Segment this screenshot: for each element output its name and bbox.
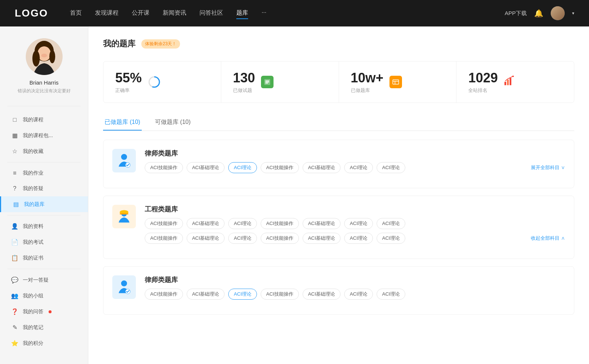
- svg-rect-17: [510, 78, 512, 85]
- stat-label-questions: 已做试题: [233, 87, 255, 94]
- user-avatar[interactable]: [551, 6, 565, 20]
- bell-icon: 🔔: [534, 9, 543, 17]
- sidebar-label-group: 我的小组: [23, 293, 43, 299]
- tag-3-5[interactable]: ACI基础理论: [303, 289, 341, 300]
- nav-more[interactable]: ···: [261, 8, 266, 19]
- svg-rect-16: [507, 80, 509, 85]
- nav-discover[interactable]: 发现课程: [95, 8, 119, 19]
- nav-qa[interactable]: 问答社区: [200, 8, 223, 19]
- nav-news[interactable]: 新闻资讯: [163, 8, 186, 19]
- tag-2-4[interactable]: ACI技能操作: [261, 218, 299, 229]
- sidebar-item-qbank[interactable]: ▤ 我的题库: [0, 196, 88, 212]
- expand-btn-1[interactable]: 展开全部科目 ∨: [531, 164, 565, 171]
- tag-3-1[interactable]: ACI技能操作: [145, 289, 183, 300]
- notes-icon: ✎: [11, 324, 18, 331]
- user-profile: Brian Harris 错误的决定比没有决定要好: [0, 38, 88, 103]
- collapse-btn-2[interactable]: 收起全部科目 ∧: [531, 235, 565, 242]
- sidebar-item-exams[interactable]: 📄 我的考试: [0, 234, 88, 250]
- tag-3-6[interactable]: ACI理论: [344, 289, 373, 300]
- tag-2-r2-5[interactable]: ACI基础理论: [303, 233, 341, 244]
- sidebar-item-notes[interactable]: ✎ 我的笔记: [0, 320, 88, 335]
- stat-value-questions: 130: [233, 70, 255, 86]
- tab-done[interactable]: 已做题库 (10): [103, 115, 142, 131]
- svg-rect-12: [393, 80, 399, 84]
- tag-2-2[interactable]: ACI基础理论: [187, 218, 225, 229]
- stat-rank: 1029 全站排名: [456, 61, 574, 103]
- sidebar-label-1on1: 一对一答疑: [23, 277, 49, 283]
- tag-3-3[interactable]: ACI理论: [228, 289, 257, 300]
- svg-point-5: [41, 54, 47, 57]
- tag-1-5[interactable]: ACI基础理论: [303, 162, 341, 173]
- banks-icon: [389, 76, 402, 88]
- sidebar-divider-3: [7, 215, 81, 215]
- stat-label-banks: 已做题库: [351, 87, 384, 94]
- tag-2-r2-3[interactable]: ACI理论: [228, 233, 257, 244]
- tag-3-7[interactable]: ACI理论: [377, 289, 405, 300]
- app-download-button[interactable]: APP下载: [505, 10, 527, 17]
- tag-1-6[interactable]: ACI理论: [344, 162, 373, 173]
- sidebar-item-myqa[interactable]: ❓ 我的问答: [0, 304, 88, 320]
- nav-home[interactable]: 首页: [70, 8, 82, 19]
- sidebar-item-favorites[interactable]: ☆ 我的收藏: [0, 143, 88, 159]
- sidebar-divider-2: [7, 162, 81, 163]
- qbank-icon-engineer: [112, 205, 136, 228]
- sidebar-label-myqa: 我的问答: [23, 308, 43, 315]
- sidebar-label-qa: 我的答疑: [23, 185, 43, 192]
- nav-opencourse[interactable]: 公开课: [132, 8, 149, 19]
- sidebar-item-homework[interactable]: ≡ 我的作业: [0, 165, 88, 181]
- svg-rect-23: [120, 213, 128, 214]
- qbank-header-2: 工程类题库 ACI技能操作 ACI基础理论 ACI理论 ACI技能操作 ACI基…: [112, 205, 565, 244]
- sidebar-item-qa[interactable]: ? 我的答疑: [0, 181, 88, 196]
- nav-right: APP下载 🔔 ▾: [505, 6, 574, 20]
- course-icon: □: [11, 117, 18, 123]
- notification-dot: [49, 310, 52, 313]
- profile-chevron-icon[interactable]: ▾: [572, 11, 574, 16]
- user-name: Brian Harris: [7, 79, 81, 86]
- nav-qbank[interactable]: 题库: [236, 8, 248, 19]
- tag-2-7[interactable]: ACI理论: [377, 218, 405, 229]
- sidebar-item-cert[interactable]: 📋 我的证书: [0, 250, 88, 266]
- tag-1-2[interactable]: ACI基础理论: [187, 162, 225, 173]
- tag-1-4[interactable]: ACI技能操作: [261, 162, 299, 173]
- tag-2-r2-6[interactable]: ACI理论: [344, 233, 373, 244]
- tab-available[interactable]: 可做题库 (10): [154, 115, 192, 131]
- tag-3-4[interactable]: ACI技能操作: [261, 289, 299, 300]
- sidebar-item-points[interactable]: ⭐ 我的积分: [0, 335, 88, 351]
- sidebar-item-courses[interactable]: □ 我的课程: [0, 112, 88, 128]
- page-title: 我的题库: [103, 38, 135, 49]
- qa-icon: ?: [11, 185, 18, 192]
- qbank-card-1: 律师类题库 ACI技能操作 ACI基础理论 ACI理论 ACI技能操作 ACI基…: [103, 140, 574, 188]
- sidebar-label-points: 我的积分: [23, 340, 43, 347]
- sidebar: Brian Harris 错误的决定比没有决定要好 □ 我的课程 ▦ 我的课程包…: [0, 26, 88, 364]
- tag-2-5[interactable]: ACI基础理论: [303, 218, 341, 229]
- svg-point-4: [49, 50, 55, 63]
- tag-1-1[interactable]: ACI技能操作: [145, 162, 183, 173]
- exam-icon: 📄: [11, 239, 18, 246]
- tag-3-2[interactable]: ACI基础理论: [187, 289, 225, 300]
- stats-row: 55% 正确率 130 已做试题: [103, 61, 574, 103]
- tag-1-3[interactable]: ACI理论: [228, 162, 257, 173]
- tag-2-r2-1[interactable]: ACI技能操作: [145, 233, 183, 244]
- sidebar-item-group[interactable]: 👥 我的小组: [0, 288, 88, 304]
- qbank-icon: ▤: [12, 201, 20, 208]
- tag-2-r2-4[interactable]: ACI技能操作: [261, 233, 299, 244]
- tag-1-7[interactable]: ACI理论: [377, 162, 405, 173]
- tag-2-3[interactable]: ACI理论: [228, 218, 257, 229]
- coursepack-icon: ▦: [11, 132, 18, 139]
- svg-point-18: [512, 76, 514, 77]
- group-icon: 👥: [11, 292, 18, 299]
- sidebar-item-profile[interactable]: 👤 我的资料: [0, 218, 88, 234]
- sidebar-item-coursepack[interactable]: ▦ 我的课程包...: [0, 128, 88, 143]
- svg-rect-15: [505, 82, 507, 85]
- tag-2-r2-2[interactable]: ACI基础理论: [187, 233, 225, 244]
- tag-2-6[interactable]: ACI理论: [344, 218, 373, 229]
- qbank-header-3: 律师类题库 ACI技能操作 ACI基础理论 ACI理论 ACI技能操作 ACI基…: [112, 275, 565, 300]
- sidebar-label-courses: 我的课程: [23, 117, 43, 123]
- sidebar-label-qbank: 我的题库: [24, 201, 45, 208]
- sidebar-item-1on1[interactable]: 💬 一对一答疑: [0, 272, 88, 288]
- tag-2-1[interactable]: ACI技能操作: [145, 218, 183, 229]
- stat-accuracy: 55% 正确率: [103, 61, 221, 103]
- tag-2-r2-7[interactable]: ACI理论: [377, 233, 405, 244]
- sidebar-label-coursepack: 我的课程包...: [23, 132, 53, 139]
- notification-bell[interactable]: 🔔: [534, 9, 543, 18]
